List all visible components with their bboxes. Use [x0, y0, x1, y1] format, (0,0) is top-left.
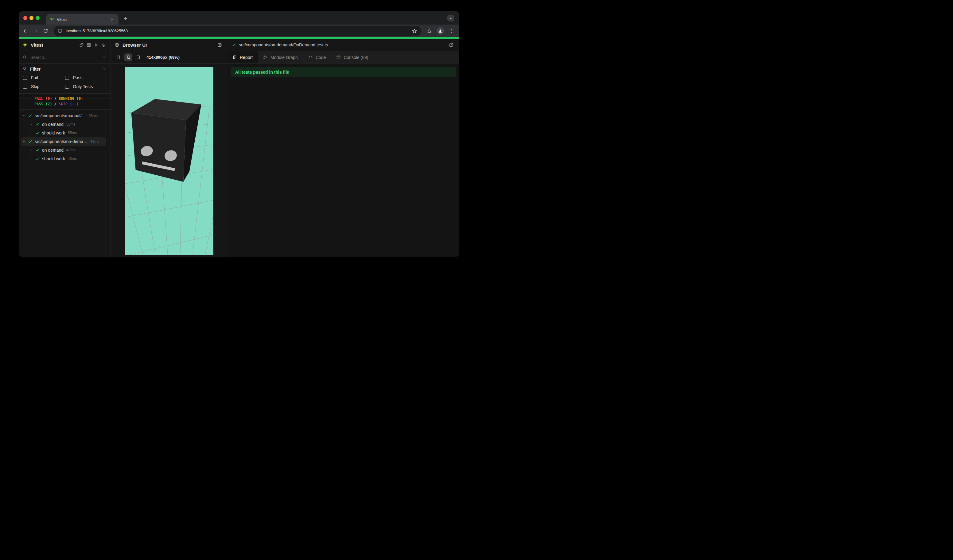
pass-check-icon [35, 148, 40, 152]
checkbox[interactable] [65, 76, 69, 80]
duration-badge: 55ms [68, 131, 77, 135]
forward-button[interactable] [32, 27, 39, 35]
back-button[interactable] [22, 27, 29, 35]
duration-badge: 43ms [68, 157, 77, 161]
device-tablet-icon[interactable] [134, 53, 142, 61]
duration-badge: 56ms [66, 122, 75, 127]
duration-badge: 43ms [66, 148, 75, 152]
profile-avatar[interactable] [436, 27, 444, 35]
report-tab-bar: Report Module Graph Code [227, 51, 459, 64]
device-phone-icon[interactable] [115, 53, 123, 61]
chevron-down-icon[interactable] [29, 123, 33, 126]
address-bar[interactable]: localhost:5173/#/?file=1828625563 [54, 26, 421, 36]
dashboard-icon[interactable] [85, 42, 92, 48]
pass-check-icon [28, 113, 32, 118]
dark-mode-moon-icon[interactable] [100, 42, 107, 48]
tab-code[interactable]: Code [303, 51, 331, 63]
filter-checkbox-skip[interactable]: Skip [23, 84, 65, 89]
filter-checkbox-only-tests[interactable]: Only Tests [65, 84, 107, 89]
vitest-ui-page: Vitest [19, 39, 459, 257]
tab-module-graph[interactable]: Module Graph [258, 51, 303, 63]
skip-count: SKIP (--) [59, 102, 79, 106]
menu-kebab-icon[interactable] [448, 27, 455, 35]
console-icon [336, 55, 341, 60]
browser-window: Vitest localhost:5173/#/?file=1828625563 [19, 11, 459, 257]
duration-badge: 43ms [90, 140, 99, 144]
pass-check-icon [28, 140, 32, 144]
vitest-logo-icon [22, 42, 28, 48]
traffic-light-minimize[interactable] [29, 16, 33, 20]
module-graph-icon [263, 55, 268, 60]
url-text[interactable]: localhost:5173/#/?file=1828625563 [66, 29, 411, 33]
run-all-play-icon[interactable] [92, 42, 100, 48]
test-summary: FAIL (0) / RUNNING (0) PASS (2) / SKIP (… [19, 94, 110, 110]
sidebar-header: Vitest [19, 39, 110, 51]
chevron-down-icon[interactable] [22, 114, 26, 118]
checkbox[interactable] [23, 85, 27, 89]
test-file-row-selected[interactable]: src/components/on-dema… 43ms [21, 137, 106, 146]
app-title: Vitest [31, 42, 78, 48]
bookmark-star-icon[interactable] [411, 27, 418, 35]
tab-report[interactable]: Report [227, 51, 258, 63]
pass-count: PASS (2) [34, 102, 52, 106]
code-icon [308, 55, 313, 60]
preview-body [111, 64, 227, 257]
fail-count: FAIL (0) [34, 96, 52, 101]
reload-button[interactable] [42, 27, 50, 35]
tab-title: Vitest [57, 17, 110, 22]
checkbox[interactable] [65, 85, 69, 89]
window-controls [23, 16, 40, 20]
chevron-down-icon[interactable] [29, 149, 33, 152]
vitest-favicon-icon [50, 17, 54, 22]
browser-tab[interactable]: Vitest [46, 14, 118, 25]
device-toolbar: 414x896px (68%) [111, 51, 227, 64]
robot-cube [131, 99, 202, 182]
test-case-row[interactable]: should work 55ms [21, 129, 106, 137]
open-external-icon[interactable] [447, 42, 455, 48]
pass-check-icon [35, 122, 40, 127]
preview-header: Browser UI [111, 39, 227, 51]
collapse-windows-icon[interactable] [78, 42, 85, 48]
traffic-light-maximize[interactable] [36, 16, 40, 20]
pass-check-icon [232, 43, 236, 47]
report-panel: src/components/on-demand/OnDemand.test.t… [227, 39, 459, 257]
filter-section: Filter Fail Pass Skip Only Tests [19, 64, 110, 94]
clear-filter-icon[interactable] [102, 67, 107, 71]
test-viewport[interactable] [125, 67, 213, 255]
search-input[interactable] [30, 55, 102, 60]
toolbar-actions [425, 27, 455, 35]
3d-scene [125, 67, 213, 255]
report-header: src/components/on-demand/OnDemand.test.t… [227, 39, 459, 51]
filter-title: Filter [30, 67, 102, 71]
browser-toolbar: localhost:5173/#/?file=1828625563 [19, 25, 459, 37]
site-info-icon[interactable] [57, 28, 63, 34]
tab-console[interactable]: Console (69) [331, 51, 373, 63]
tab-close-icon[interactable] [110, 17, 115, 22]
test-suite-row[interactable]: on demand 43ms [21, 146, 106, 154]
all-tests-passed-banner: All tests passed in this file [231, 67, 456, 78]
collapse-panel-icon[interactable] [216, 42, 223, 48]
sidebar: Vitest [19, 39, 111, 257]
traffic-light-close[interactable] [23, 16, 27, 20]
clear-filter-icon[interactable] [102, 55, 107, 60]
test-case-row[interactable]: should work 43ms [21, 154, 106, 163]
globe-icon [115, 42, 120, 47]
browser-preview-panel: Browser UI 414x896px (68%) [111, 39, 227, 257]
filter-checkbox-pass[interactable]: Pass [65, 75, 107, 80]
clipboard-icon [233, 55, 237, 60]
chevron-down-icon[interactable] [22, 140, 26, 143]
test-suite-row[interactable]: on demand 56ms [21, 120, 106, 129]
pass-check-icon [35, 157, 40, 161]
new-tab-button[interactable] [122, 15, 129, 22]
experiments-flask-icon[interactable] [425, 27, 433, 35]
device-phone-plus-icon[interactable] [124, 53, 132, 61]
test-file-row[interactable]: src/components/manual/… 56ms [21, 112, 106, 120]
search-icon [22, 55, 27, 60]
filter-checkbox-fail[interactable]: Fail [23, 75, 65, 80]
checkbox[interactable] [23, 76, 27, 80]
preview-title: Browser UI [123, 42, 216, 48]
running-count: RUNNING (0) [59, 96, 83, 101]
viewport-size-label[interactable]: 414x896px (68%) [146, 55, 180, 60]
tab-search-button[interactable] [447, 15, 454, 22]
funnel-icon [22, 67, 27, 71]
